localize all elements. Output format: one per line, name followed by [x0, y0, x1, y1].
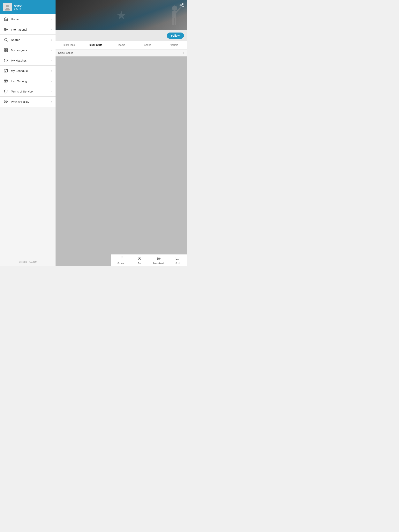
privacy-icon: [4, 99, 8, 104]
tab-points-table[interactable]: Points Table: [56, 41, 82, 49]
sidebar-item-label: Live Scoring: [11, 79, 49, 83]
star-watermark: ★: [116, 8, 127, 22]
bottom-nav-chat-label: Chat: [175, 262, 180, 264]
tabs-bar: Points Table Player Stats Teams Series A…: [56, 41, 187, 50]
tab-player-stats[interactable]: Player Stats: [82, 41, 108, 49]
schedule-icon: [4, 68, 8, 73]
sidebar-item-my-leagues[interactable]: My Leagues ›: [0, 45, 56, 55]
follow-button[interactable]: Follow: [167, 32, 184, 39]
series-dropdown[interactable]: Select Series ▾: [56, 50, 187, 57]
bottom-nav-add-label: Add: [138, 262, 141, 264]
series-dropdown-text: Select Series: [58, 51, 73, 54]
bottom-nav-international-label: International: [153, 262, 164, 264]
user-info: Guest Log in: [14, 4, 22, 10]
tab-albums[interactable]: Albums: [161, 41, 187, 49]
svg-rect-18: [4, 80, 8, 82]
matches-icon: [4, 58, 8, 63]
chevron-right-icon: ›: [51, 49, 52, 52]
home-icon: [4, 17, 8, 21]
svg-rect-9: [6, 51, 7, 52]
chevron-right-icon: ›: [51, 38, 52, 41]
sidebar-item-my-matches[interactable]: My Matches ›: [0, 55, 56, 66]
svg-point-25: [5, 101, 6, 102]
chevron-right-icon: ›: [51, 69, 52, 72]
bottom-nav-games-label: Games: [117, 262, 124, 264]
sidebar-item-search[interactable]: Search ›: [0, 35, 56, 45]
version-text: Version - 4.0.459: [0, 258, 56, 266]
sidebar-item-international[interactable]: International ›: [0, 24, 56, 35]
globe-icon: [4, 27, 8, 32]
sidebar-item-label: Search: [11, 38, 49, 41]
bottom-nav-add[interactable]: Add: [130, 255, 149, 266]
globe-bottom-icon: [156, 256, 161, 261]
login-link[interactable]: Log in: [14, 7, 22, 10]
livescoring-icon: [4, 79, 8, 83]
sidebar-item-my-schedule[interactable]: My Schedule ›: [0, 66, 56, 76]
svg-point-31: [172, 6, 177, 11]
sidebar-item-label: Terms of Service: [11, 90, 49, 93]
sidebar-item-label: My Matches: [11, 59, 49, 62]
chevron-right-icon: ›: [51, 28, 52, 31]
hero-banner: ★: [56, 0, 187, 30]
bottom-nav-games[interactable]: Games: [111, 255, 130, 266]
sidebar-item-live-scoring[interactable]: Live Scoring ›: [0, 76, 56, 86]
avatar: [3, 3, 12, 11]
svg-line-5: [7, 40, 7, 41]
chevron-right-icon: ›: [51, 59, 52, 62]
svg-rect-32: [172, 11, 176, 18]
bottom-nav-chat[interactable]: Chat: [168, 255, 187, 266]
chat-icon: [175, 256, 180, 261]
chevron-right-icon: ›: [51, 100, 52, 103]
sidebar-item-terms[interactable]: Terms of Service ›: [0, 86, 56, 97]
search-icon: [4, 37, 8, 42]
sidebar-item-privacy[interactable]: Privacy Policy ›: [0, 97, 56, 107]
svg-rect-7: [6, 49, 7, 50]
sidebar-item-label: Home: [11, 18, 49, 21]
terms-icon: [4, 89, 8, 94]
username: Guest: [14, 4, 22, 7]
chevron-down-icon: ▾: [183, 52, 184, 54]
chevron-right-icon: ›: [51, 80, 52, 82]
edit-icon: [118, 256, 123, 261]
svg-point-1: [6, 5, 9, 7]
bottom-nav-international[interactable]: International: [149, 255, 168, 266]
content-area: Follow Points Table Player Stats Teams S…: [56, 30, 187, 266]
cricketer-silhouette: [162, 5, 183, 30]
bottom-navigation: Games Add International: [111, 254, 187, 266]
sidebar-item-label: International: [11, 28, 49, 31]
leagues-icon: [4, 48, 8, 52]
chevron-right-icon: ›: [51, 18, 52, 21]
chevron-right-icon: ›: [51, 90, 52, 93]
tab-teams[interactable]: Teams: [108, 41, 135, 49]
svg-rect-36: [174, 18, 176, 25]
plus-circle-icon: [137, 256, 142, 261]
svg-point-24: [4, 100, 8, 103]
svg-rect-8: [4, 51, 6, 52]
sidebar-item-label: My Schedule: [11, 69, 49, 72]
content-placeholder: [56, 57, 187, 266]
tab-series[interactable]: Series: [135, 41, 161, 49]
sidebar-navigation: Home › International › Search › My Leagu…: [0, 14, 56, 258]
svg-rect-34: [179, 5, 182, 6]
sidebar: Guest Log in Home › International › Sear…: [0, 0, 56, 266]
svg-rect-35: [172, 18, 174, 25]
sidebar-item-label: Privacy Policy: [11, 100, 49, 103]
sidebar-header[interactable]: Guest Log in: [0, 0, 56, 14]
main-content: ★ Follow Points: [56, 0, 187, 266]
follow-area: Follow: [56, 30, 187, 41]
svg-rect-6: [4, 49, 6, 50]
sidebar-item-label: My Leagues: [11, 49, 49, 52]
sidebar-item-home[interactable]: Home ›: [0, 14, 56, 24]
